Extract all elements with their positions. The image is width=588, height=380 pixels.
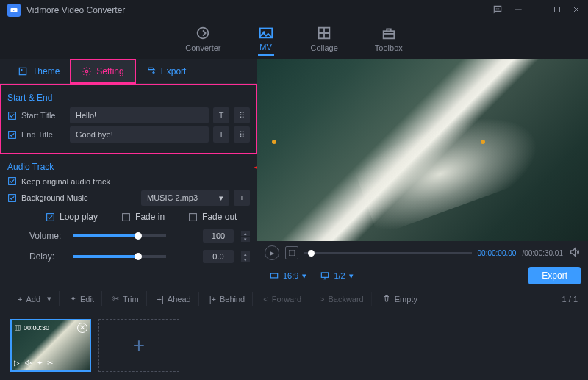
behind-label: Behind [220,295,245,304]
fadeout-label: Fade out [202,212,237,222]
backward-button[interactable]: >Backward [312,292,372,306]
body: Theme Setting Export Start & End Start T… [0,59,588,287]
nav-mv-label: MV [259,43,272,51]
mv-icon [258,24,274,40]
start-title-drag-button[interactable]: ⠿ [234,107,250,123]
clip-trim-icon[interactable]: ✂ [47,359,53,368]
keep-audio-label: Keep original audio track [21,177,110,186]
plus-icon: + [133,334,145,357]
nav-mv[interactable]: MV [258,24,274,56]
feedback-icon[interactable] [492,4,503,17]
volume-spinner[interactable]: ▴▾ [241,231,250,242]
add-button[interactable]: +Add▾ [10,291,60,306]
end-title-font-button[interactable]: T [213,126,229,143]
aspect-value: 16:9 [283,271,298,280]
volume-slider[interactable] [74,234,166,237]
export-button[interactable]: Export [528,267,581,284]
preview-panel: ▶ 00:00:00.00/00:00:30.01 16:9 ▾ 1/2 ▾ E… [257,59,588,287]
svg-rect-11 [19,68,26,74]
delay-input[interactable] [203,250,234,263]
behind-button[interactable]: |+Behind [202,292,254,306]
forward-label: Forward [272,295,301,304]
text-icon: T [219,111,224,120]
spinner-down-icon[interactable]: ▾ [241,237,250,242]
clip-mute-icon[interactable] [24,359,32,368]
fadeout-checkbox[interactable] [188,212,198,222]
ahead-button[interactable]: +|Ahead [150,292,199,306]
start-title-font-button[interactable]: T [213,107,229,123]
tab-setting[interactable]: Setting [70,59,135,84]
clip-remove-button[interactable]: ✕ [77,323,87,333]
keep-audio-checkbox[interactable] [7,176,17,186]
edit-label: Edit [80,295,94,304]
toolbox-icon [381,25,397,41]
zoom-value: 1/2 [334,271,345,280]
app-title: Vidmore Video Converter [26,5,125,15]
nav-toolbox-label: Toolbox [375,43,403,52]
svg-rect-5 [555,7,560,12]
play-options-row: Loop play Fade in Fade out [46,212,250,222]
spinner-up-icon[interactable]: ▴ [241,231,250,236]
start-title-label: Start Title [21,111,65,120]
volume-icon[interactable] [569,246,581,260]
svg-rect-10 [383,31,394,38]
preview-control-bar: 16:9 ▾ 1/2 ▾ Export [257,265,588,287]
film-icon [14,324,21,331]
spinner-down-icon[interactable]: ▾ [241,257,250,262]
loop-checkbox[interactable] [46,212,55,222]
playbar: ▶ 00:00:00.00/00:00:30.01 [257,241,588,265]
menu-icon[interactable] [513,4,523,17]
sub-tabs: Theme Setting Export [0,59,257,84]
end-title-drag-button[interactable]: ⠿ [234,126,250,143]
svg-rect-22 [190,213,197,221]
volume-input[interactable] [203,229,234,243]
forward-button[interactable]: <Forward [256,292,309,306]
nav-converter[interactable]: Converter [185,25,220,55]
end-title-checkbox[interactable] [7,130,17,140]
bgm-select[interactable]: MUSIC 2.mp3 ▾ [141,190,229,206]
nav-collage[interactable]: Collage [311,25,338,55]
nav-toolbox[interactable]: Toolbox [375,25,403,55]
maximize-icon[interactable] [553,5,562,16]
start-title-checkbox[interactable] [7,111,17,121]
spinner-up-icon[interactable]: ▴ [241,251,250,257]
clip-thumbnail[interactable]: 00:00:30 ✕ ▷ ✦ ✂ [10,319,91,372]
close-icon[interactable] [572,5,581,16]
marker-icon [272,140,276,144]
trim-button[interactable]: ✂Trim [105,291,147,306]
fadein-checkbox[interactable] [121,212,131,222]
nav-converter-label: Converter [185,43,220,52]
preview-video[interactable] [257,59,588,241]
play-button[interactable]: ▶ [265,245,279,260]
clip-edit-icon[interactable]: ✦ [37,359,43,368]
edit-button[interactable]: ✦Edit [62,291,102,306]
aspect-ratio-select[interactable]: 16:9 ▾ [265,270,311,281]
stop-icon [289,250,295,256]
clip-play-icon[interactable]: ▷ [14,359,20,368]
stop-button[interactable] [285,246,298,259]
bgm-add-button[interactable]: + [234,190,250,206]
zoom-select[interactable]: 1/2 ▾ [315,270,357,281]
end-title-input[interactable] [70,126,209,143]
nav-collage-label: Collage [311,43,338,52]
chevron-down-icon: ▾ [47,294,51,304]
timeline-thumbnails: 00:00:30 ✕ ▷ ✦ ✂ + [0,310,588,380]
text-icon: T [219,130,224,139]
arrow-right-bar-icon: |+ [209,295,216,304]
bgm-checkbox[interactable] [7,193,17,203]
minimize-icon[interactable] [534,5,542,16]
bgm-label: Background Music [21,193,88,202]
add-clip-button[interactable]: + [98,319,179,372]
time-total: /00:00:30.01 [522,249,563,257]
delay-label: Delay: [29,251,66,262]
export-icon [146,66,157,76]
empty-button[interactable]: Empty [375,291,425,307]
fadein-label: Fade in [135,212,165,222]
tab-export[interactable]: Export [136,59,197,84]
delay-spinner[interactable]: ▴▾ [241,251,250,262]
delay-slider[interactable] [74,255,166,258]
progress-bar[interactable] [304,252,472,254]
start-title-input[interactable] [70,107,209,123]
start-end-section: Start & End Start Title T ⠿ End Title T … [0,84,257,154]
tab-theme[interactable]: Theme [7,59,70,84]
